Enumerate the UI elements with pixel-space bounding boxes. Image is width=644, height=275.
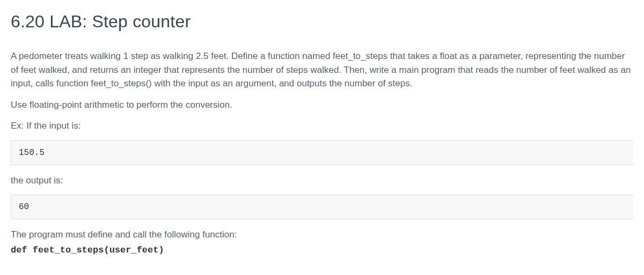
lab-document: 6.20 LAB: Step counter A pedometer treat…: [0, 0, 644, 267]
function-signature-code: def feet_to_steps(user_feet): [11, 245, 164, 255]
example-output-label: the output is:: [11, 174, 633, 188]
description-paragraph-2: Use floating-point arithmetic to perform…: [11, 98, 633, 112]
page-title: 6.20 LAB: Step counter: [11, 9, 633, 34]
example-input-code: 150.5: [11, 140, 633, 165]
example-output-code: 60: [11, 195, 633, 219]
description-paragraph-1: A pedometer treats walking 1 step as wal…: [11, 49, 633, 91]
example-input-label: Ex: If the input is:: [11, 119, 633, 133]
function-requirement-label: The program must define and call the fol…: [11, 228, 633, 242]
